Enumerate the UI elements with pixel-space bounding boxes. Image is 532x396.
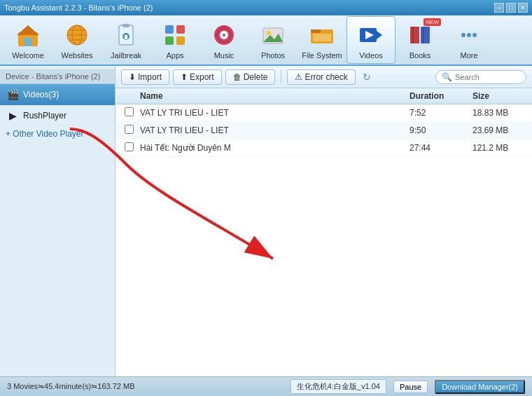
import-button[interactable]: ⬇ Import [121,69,169,85]
search-box: 🔍 [435,70,526,84]
col-size: Size [469,91,532,101]
globe-icon [63,21,91,49]
toolbar-item-websites[interactable]: Websites [52,16,102,64]
refresh-button[interactable]: ↻ [363,71,371,83]
toolbar-item-videos[interactable]: Videos [346,16,396,64]
row-size-3: 121.2 MB [469,143,532,153]
row-name-2: VAT LY TRI LIEU - LIET [136,125,406,135]
row-size-2: 23.69 MB [469,125,532,135]
sidebar-item-videos[interactable]: 🎬 Videos(3) [0,84,115,105]
separator [281,70,281,84]
svg-rect-11 [125,35,127,39]
filesystem-icon [308,21,336,49]
toolbar-item-filesystem[interactable]: File System [298,16,346,64]
svg-rect-2 [24,38,31,46]
sidebar-videos-label: Videos(3) [23,90,59,100]
table-row[interactable]: VAT LY TRI LIEU - LIET 7:52 18.83 MB [115,104,532,122]
close-button[interactable]: ✕ [518,3,528,13]
toolbar-label-websites: Websites [61,51,92,60]
svg-rect-31 [421,27,430,43]
table-body: VAT LY TRI LIEU - LIET 7:52 18.83 MB VAT… [115,104,532,376]
download-manager-button[interactable]: Download Manager(2) [435,380,525,394]
toolbar-label-jailbreak: Jailbreak [111,51,141,60]
photos-icon [259,21,287,49]
svg-rect-13 [176,25,185,34]
row-checkbox-3[interactable] [115,142,136,153]
toolbar-item-books[interactable]: NEW Books [396,16,444,64]
svg-point-18 [223,34,225,36]
export-button[interactable]: ⬆ Export [173,69,222,85]
row-duration-3: 27:44 [406,143,469,153]
action-bar: ⬇ Import ⬆ Export 🗑 Delete ⚠ Error check… [115,66,532,88]
maximize-button[interactable]: □ [506,3,516,13]
export-icon: ⬆ [181,72,188,82]
video-icon [357,21,385,49]
search-input[interactable] [455,73,525,81]
svg-point-33 [461,33,465,37]
search-icon: 🔍 [442,72,452,82]
row-checkbox-2[interactable] [115,125,136,136]
svg-point-21 [267,31,271,35]
svg-point-35 [472,33,477,37]
error-check-button[interactable]: ⚠ Error check [287,69,355,85]
toolbar-item-welcome[interactable]: Welcome [4,16,52,64]
delete-button[interactable]: 🗑 Delete [225,69,276,85]
toolbar-label-apps: Apps [166,51,183,60]
more-icon [455,21,483,49]
toolbar-label-welcome: Welcome [12,51,44,60]
row-name-3: Hài Tết: Người Duyên M [136,143,406,153]
table-row[interactable]: VAT LY TRI LIEU - LIET 9:50 23.69 MB [115,122,532,139]
col-duration: Duration [406,91,469,101]
music-icon [210,21,238,49]
status-info: 3 Movies≒45.4minute(s)≒163.72 MB [7,382,134,391]
svg-point-34 [467,33,471,37]
toolbar-item-photos[interactable]: Photos [248,16,298,64]
col-name: Name [136,91,406,101]
toolbar-label-books: Books [410,51,431,60]
import-icon: ⬇ [129,72,136,82]
toolbar-label-photos: Photos [261,51,285,60]
toolbar-item-apps[interactable]: Apps [150,16,200,64]
title-bar: Tongbu Assistant 2.2.3 - Bitans's iPhone… [0,0,532,15]
row-duration-2: 9:50 [406,125,469,135]
svg-rect-25 [313,34,331,41]
toolbar-item-music[interactable]: Music [200,16,248,64]
table-header: Name Duration Size [115,88,532,104]
toolbar-item-more[interactable]: More [444,16,493,64]
svg-rect-12 [165,25,174,34]
svg-marker-27 [377,31,382,39]
toolbar-label-more: More [460,51,477,60]
svg-rect-24 [311,29,321,33]
new-badge: NEW [424,18,441,26]
status-bar: 3 Movies≒45.4minute(s)≒163.72 MB 生化危机4:白… [0,376,532,396]
sidebar-add-label: + Other Video Player [6,129,84,139]
window-title: Tongbu Assistant 2.2.3 - Bitans's iPhone… [4,4,153,12]
col-checkbox [115,91,136,101]
title-controls: ─ □ ✕ [494,3,528,13]
sidebar-rushplayer-label: RushPlayer [23,111,66,121]
toolbar-item-jailbreak[interactable]: Jailbreak [102,16,150,64]
sidebar-add-player[interactable]: + Other Video Player [0,126,115,142]
pause-button[interactable]: Pause [393,381,428,393]
svg-rect-29 [410,27,419,43]
svg-marker-1 [17,25,39,35]
toolbar-label-filesystem: File System [302,51,342,60]
delete-icon: 🗑 [233,72,241,82]
toolbar: Welcome Websites Jailbreak [0,15,532,66]
house-icon [14,21,42,49]
error-check-icon: ⚠ [295,72,302,82]
minimize-button[interactable]: ─ [494,3,504,13]
status-segment: 生化危机4:白金版_v1.04 [290,379,386,394]
video-sidebar-icon: 🎬 [6,88,20,102]
svg-rect-9 [122,24,130,27]
table-row[interactable]: Hài Tết: Người Duyên M 27:44 121.2 MB [115,139,532,157]
sidebar: Device - Bitans's iPhone (2) 🎬 Videos(3)… [0,66,115,376]
row-name-1: VAT LY TRI LIEU - LIET [136,108,406,118]
main-area: Device - Bitans's iPhone (2) 🎬 Videos(3)… [0,66,532,376]
svg-rect-15 [176,36,185,45]
toolbar-label-videos: Videos [359,51,382,60]
apps-icon [161,21,189,49]
sidebar-item-rushplayer[interactable]: ▶ RushPlayer [0,105,115,126]
row-checkbox-1[interactable] [115,107,136,118]
content-area: ⬇ Import ⬆ Export 🗑 Delete ⚠ Error check… [115,66,532,376]
